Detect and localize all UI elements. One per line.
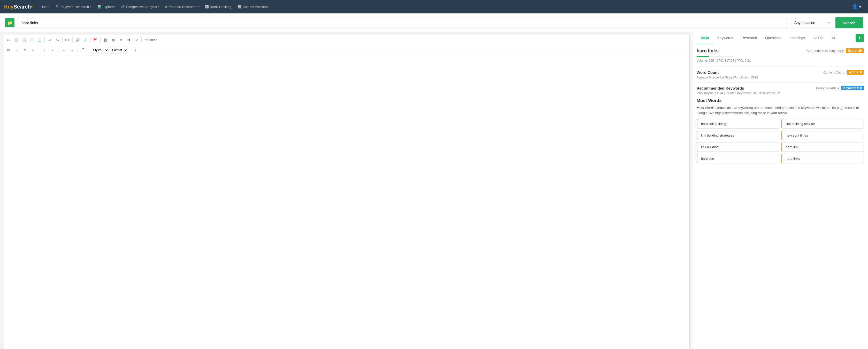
tab-keywords[interactable]: Keywords <box>713 32 737 44</box>
keyword-pill-7[interactable]: haro seo <box>696 154 779 164</box>
table-button[interactable]: ⊞ <box>110 37 117 43</box>
recommended-keywords-section: Recommended Keywords Found in Article Ke… <box>696 86 864 90</box>
styles-dropdown-wrap: Styles <box>91 47 109 54</box>
must-words-title: Must Words <box>696 98 864 103</box>
paste-plain-button[interactable]: 📄 <box>28 37 35 43</box>
main-content: haro links Competition is fairly easy Sc… <box>692 44 868 349</box>
toolbar-separator-10 <box>89 47 89 53</box>
unordered-list-button[interactable]: • <box>49 47 56 54</box>
indent-right-button[interactable]: » <box>68 47 76 54</box>
keyword-pill-2[interactable]: link building service <box>781 119 864 129</box>
toolbar-separator-1 <box>44 37 45 43</box>
score-badge: Score: 29 <box>846 48 864 53</box>
nav-home-label: Home <box>40 5 50 9</box>
competition-label: Competition is fairly easy <box>806 49 844 53</box>
recommended-keywords-meta: Must Keywords: 44 | Related Keywords: 28… <box>696 92 864 95</box>
indent-left-button[interactable]: « <box>60 47 67 54</box>
nav-keyword-research[interactable]: 🔍 Keyword Research ▾ <box>53 3 94 10</box>
recommended-keywords-title: Recommended Keywords <box>696 86 744 90</box>
format-dropdown[interactable]: Format <box>110 47 128 54</box>
strikethrough-button[interactable]: S <box>22 47 29 54</box>
toolbar-separator-3 <box>72 37 73 43</box>
location-wrapper: Any LocationUnited StatesUnited KingdomC… <box>791 17 832 28</box>
ordered-list-button[interactable]: 1. <box>41 47 48 54</box>
words-badge: Words: 0 <box>846 70 864 75</box>
format-dropdown-wrap: Format <box>110 47 128 54</box>
nav-explorer[interactable]: 📊 Explorer <box>95 3 117 10</box>
keyword-pill-1[interactable]: haro link building <box>696 119 779 129</box>
nav-youtube-research-label: Youtube Research <box>169 5 196 9</box>
search-button[interactable]: Search <box>835 17 863 28</box>
tab-headings[interactable]: Headings <box>785 32 809 44</box>
undo-button[interactable]: ↩ <box>46 37 53 43</box>
user-menu[interactable]: 👤 ▾ <box>849 2 864 11</box>
maximize-button[interactable]: ⤢ <box>133 37 140 43</box>
paste-word-button[interactable]: 📃 <box>36 37 43 43</box>
tab-research[interactable]: Research <box>737 32 761 44</box>
nav-content-assistant[interactable]: 📈 Content Assistant <box>235 3 271 10</box>
editor-toolbar-row1: ✂ ⬜ 📋 📄 📃 ↩ ↪ ABC 🔗 🔗 🚩 🖼 ⊞ ≡ Ω ⤢ ◻ So <box>3 35 689 45</box>
nav-content-assistant-label: Content Assistant <box>243 5 269 9</box>
download-button[interactable]: ⬇ <box>856 34 864 42</box>
bold-button[interactable]: B <box>5 47 12 54</box>
search-icon: 🔍 <box>56 5 59 8</box>
keyword-pill-3[interactable]: link building strategies <box>696 131 779 140</box>
tab-main[interactable]: Main <box>696 32 713 44</box>
keyword-pill-8[interactable]: haro links <box>781 154 864 164</box>
redo-button[interactable]: ↪ <box>54 37 61 43</box>
found-in-article-label: Found in Article <box>816 86 839 90</box>
nav-competitive-analysis[interactable]: 🔗 Competitive Analysis ▾ <box>118 3 162 10</box>
tab-questions[interactable]: Questions <box>761 32 785 44</box>
keywords-badge: Keywords: 0 <box>841 86 864 90</box>
recommended-keywords-right: Found in Article Keywords: 0 <box>816 86 864 90</box>
link-icon: 🔗 <box>121 5 125 8</box>
keyword-pill-6[interactable]: haro link <box>781 142 864 152</box>
cut-button[interactable]: ✂ <box>5 37 12 43</box>
current-count-label: Current Count <box>823 70 844 74</box>
keyword-pill-5[interactable]: link building <box>696 142 779 152</box>
chevron-down-icon-2: ▾ <box>158 5 159 8</box>
keyword-pill-4[interactable]: new york times <box>781 131 864 140</box>
align-button[interactable]: ≡ <box>117 37 125 43</box>
blockquote-button[interactable]: " <box>80 47 87 54</box>
source-icon: ◻ <box>145 38 147 42</box>
editor-toolbar-row2: B I S x₂ 1. • « » " Styles Format <box>3 45 689 55</box>
link-button[interactable]: 🔗 <box>74 37 81 43</box>
folder-button[interactable]: 📁 <box>5 18 14 27</box>
copy-button[interactable]: ⬜ <box>13 37 20 43</box>
trending-icon: 📈 <box>205 5 209 8</box>
styles-dropdown[interactable]: Styles <box>91 47 109 54</box>
anchor-button[interactable]: 🚩 <box>92 37 99 43</box>
special-chars-button[interactable]: Ω <box>125 37 132 43</box>
nav-explorer-label: Explorer <box>102 5 115 9</box>
keyword-header: haro links Competition is fairly easy Sc… <box>696 48 864 54</box>
paste-button[interactable]: 📋 <box>21 37 28 43</box>
chevron-down-icon-3: ▾ <box>197 5 199 8</box>
source-label: Source <box>147 38 157 42</box>
editor-content[interactable] <box>3 55 689 349</box>
search-input[interactable] <box>18 17 788 28</box>
nav-youtube-research[interactable]: ▶ Youtube Research ▾ <box>163 3 202 10</box>
italic-button[interactable]: I <box>13 47 21 54</box>
logo[interactable]: KeySearch• <box>4 4 33 10</box>
help-button[interactable]: ? <box>132 47 139 54</box>
subscript-button[interactable]: x₂ <box>30 47 37 54</box>
competition-section: Competition is fairly easy Score: 29 <box>806 48 864 53</box>
tabs-bar: Main Keywords Research Questions Heading… <box>692 32 868 44</box>
chevron-down-icon: ▾ <box>90 5 91 8</box>
chart-icon: 📊 <box>97 5 101 8</box>
find-replace-button[interactable]: ABC <box>64 37 71 43</box>
unlink-button[interactable]: 🔗 <box>82 37 89 43</box>
youtube-icon: ▶ <box>165 5 168 8</box>
source-button[interactable]: ◻ Source <box>143 37 159 43</box>
word-count-meta: Average Google 1st Page Word Count: 2618 <box>696 76 864 79</box>
location-select[interactable]: Any LocationUnited StatesUnited KingdomC… <box>791 17 832 28</box>
tab-ai[interactable]: AI <box>828 32 839 44</box>
image-button[interactable]: 🖼 <box>102 37 109 43</box>
word-count-title: Word Count <box>696 70 719 75</box>
keyword-stats: Volume: 260 | CPC: $17.53 | PPC: 0.21 <box>696 59 864 63</box>
nav-rank-tracking[interactable]: 📈 Rank Tracking <box>203 3 234 10</box>
nav-home[interactable]: Home <box>38 3 52 10</box>
folder-icon: 📁 <box>7 21 12 25</box>
tab-serp[interactable]: SERP <box>809 32 827 44</box>
